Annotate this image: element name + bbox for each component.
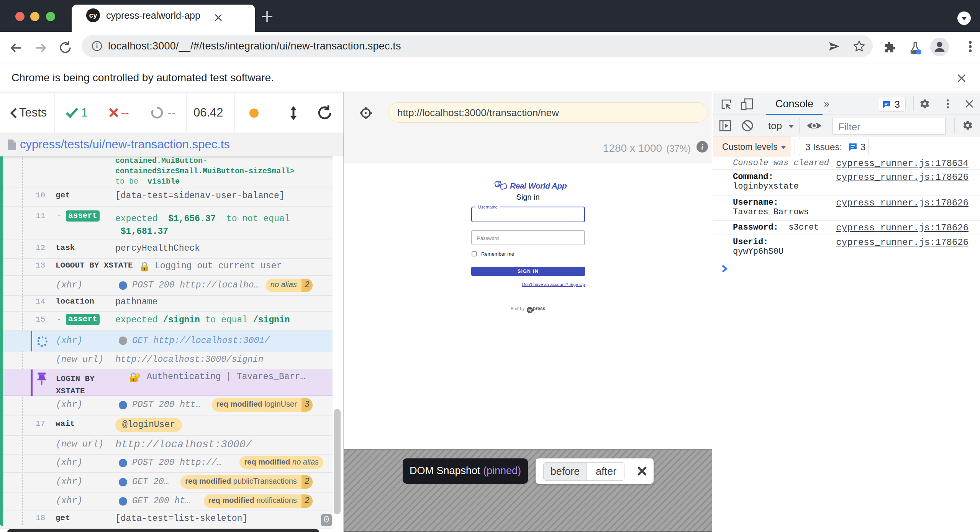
svg-text:$: $	[497, 181, 500, 187]
